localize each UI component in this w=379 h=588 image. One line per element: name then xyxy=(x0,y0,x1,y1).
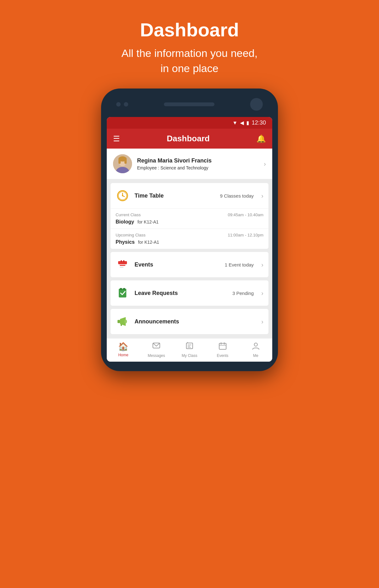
notification-bell-icon[interactable]: 🔔 xyxy=(256,134,266,143)
nav-home-label: Home xyxy=(118,353,128,357)
svg-rect-30 xyxy=(186,343,193,349)
timetable-card[interactable]: Time Table 9 Classes today › Current Cla… xyxy=(111,183,268,249)
svg-rect-7 xyxy=(118,158,121,164)
app-bar: ☰ Dashboard 🔔 xyxy=(107,129,272,149)
announcements-card-row[interactable]: Announcements › xyxy=(111,309,268,334)
announcements-label: Announcements xyxy=(135,318,256,325)
svg-point-35 xyxy=(254,343,257,346)
announcements-chevron-icon: › xyxy=(261,318,263,325)
phone-speaker xyxy=(164,102,214,106)
current-class-header: Current Class 09:45am - 10.40am xyxy=(116,212,263,217)
svg-rect-28 xyxy=(121,324,122,326)
svg-rect-8 xyxy=(124,158,127,164)
phone-top xyxy=(107,98,272,117)
wifi-icon: ▼ xyxy=(232,120,238,126)
events-chevron-icon: › xyxy=(261,261,263,268)
current-class-time: 09:45am - 10.40am xyxy=(228,212,263,217)
avatar xyxy=(113,154,132,173)
current-class-group: for K12-A1 xyxy=(137,219,159,224)
announcements-icon xyxy=(116,315,129,328)
profile-chevron-icon: › xyxy=(264,160,266,168)
events-card[interactable]: Events 1 Event today › xyxy=(111,252,268,277)
profile-card[interactable]: Regina Maria Sivori Francis Employee : S… xyxy=(107,149,272,179)
bottom-nav: 🏠 Home Messages xyxy=(107,338,272,362)
upcoming-class-time: 11:00am - 12.10pm xyxy=(228,233,263,237)
events-card-row[interactable]: Events 1 Event today › xyxy=(111,252,268,277)
phone-shell: ▼ ◀ ▮ 12:30 ☰ Dashboard 🔔 xyxy=(101,89,278,371)
upcoming-class-header: Upcoming Class 11:00am - 12.10pm xyxy=(116,233,263,237)
nav-me-label: Me xyxy=(253,353,258,358)
profile-name: Regina Maria Sivori Francis xyxy=(137,157,259,164)
current-class-row: Current Class 09:45am - 10.40am Biology … xyxy=(111,208,268,229)
me-icon xyxy=(252,342,260,352)
nav-my-class[interactable]: My Class xyxy=(173,342,206,358)
hamburger-icon[interactable]: ☰ xyxy=(113,134,120,143)
announcements-card[interactable]: Announcements › xyxy=(111,309,268,334)
svg-rect-20 xyxy=(120,265,125,266)
svg-rect-21 xyxy=(120,267,123,268)
nav-me[interactable]: Me xyxy=(239,342,272,358)
battery-icon: ▮ xyxy=(246,120,249,126)
content-area: Time Table 9 Classes today › Current Cla… xyxy=(107,179,272,338)
svg-rect-23 xyxy=(120,288,122,290)
nav-events-label: Events xyxy=(217,353,228,358)
events-label: Events xyxy=(135,261,220,268)
current-class-subject: Biology xyxy=(116,219,134,224)
svg-rect-17 xyxy=(118,261,127,264)
profile-info: Regina Maria Sivori Francis Employee : S… xyxy=(137,157,259,170)
events-nav-icon xyxy=(219,342,227,352)
phone-dot-2 xyxy=(124,102,128,107)
svg-rect-22 xyxy=(119,289,126,297)
svg-rect-31 xyxy=(219,343,226,349)
my-class-icon xyxy=(185,342,194,352)
page-header: Dashboard All the information you need, … xyxy=(115,0,264,89)
nav-messages[interactable]: Messages xyxy=(140,342,173,358)
upcoming-class-label: Upcoming Class xyxy=(116,233,146,237)
svg-rect-18 xyxy=(121,260,122,262)
nav-my-class-label: My Class xyxy=(182,353,197,358)
phone-camera xyxy=(250,98,263,111)
upcoming-class-row: Upcoming Class 11:00am - 12.10pm Physics… xyxy=(111,229,268,249)
app-bar-title: Dashboard xyxy=(167,134,210,144)
leave-requests-badge: 3 Pending xyxy=(232,291,254,296)
leave-requests-label: Leave Requests xyxy=(135,290,227,297)
svg-rect-25 xyxy=(117,320,120,323)
svg-rect-24 xyxy=(123,288,125,290)
upcoming-class-group: for K12-A1 xyxy=(138,240,159,245)
leave-requests-card[interactable]: Leave Requests 3 Pending › xyxy=(111,280,268,306)
signal-icon: ◀ xyxy=(240,120,244,126)
status-bar: ▼ ◀ ▮ 12:30 xyxy=(107,117,272,129)
events-badge: 1 Event today xyxy=(225,262,254,267)
nav-messages-label: Messages xyxy=(148,353,165,358)
current-class-info: Biology for K12-A1 xyxy=(116,219,263,225)
phone-dots xyxy=(116,102,128,107)
svg-point-13 xyxy=(122,195,123,196)
phone-dot-1 xyxy=(116,102,121,107)
timetable-label: Time Table xyxy=(135,193,215,199)
leave-requests-chevron-icon: › xyxy=(261,290,263,297)
events-icon xyxy=(116,258,129,272)
leave-requests-icon xyxy=(116,286,129,300)
svg-point-27 xyxy=(124,320,127,323)
status-icons: ▼ ◀ ▮ 12:30 xyxy=(232,119,266,126)
page-subtitle: All the information you need, in one pla… xyxy=(122,46,258,76)
current-class-label: Current Class xyxy=(116,212,141,217)
home-icon: 🏠 xyxy=(118,342,128,352)
svg-rect-19 xyxy=(123,260,124,262)
nav-home[interactable]: 🏠 Home xyxy=(107,342,140,358)
messages-icon xyxy=(152,342,160,352)
timetable-card-row[interactable]: Time Table 9 Classes today › xyxy=(111,183,268,208)
nav-events[interactable]: Events xyxy=(206,342,239,358)
upcoming-class-info: Physics for K12-A1 xyxy=(116,239,263,245)
status-time: 12:30 xyxy=(252,119,266,126)
upcoming-class-subject: Physics xyxy=(116,239,135,245)
profile-role: Employee : Science and Technology xyxy=(137,165,259,170)
timetable-badge: 9 Classes today xyxy=(220,193,254,199)
leave-requests-card-row[interactable]: Leave Requests 3 Pending › xyxy=(111,280,268,306)
timetable-chevron-icon: › xyxy=(261,192,263,199)
clock-icon xyxy=(116,189,129,203)
page-title: Dashboard xyxy=(122,19,258,41)
phone-screen: ▼ ◀ ▮ 12:30 ☰ Dashboard 🔔 xyxy=(107,117,272,362)
